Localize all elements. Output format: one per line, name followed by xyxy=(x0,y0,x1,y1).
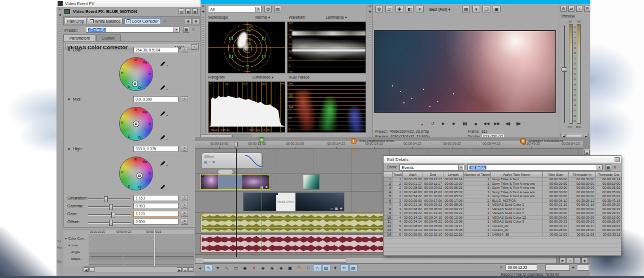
tl-scroll-right-icon[interactable]: ▶ xyxy=(559,257,566,263)
kf-zoom-in-icon[interactable]: + xyxy=(182,267,188,272)
cursor-time-box[interactable]: 00:00:12:22 xyxy=(506,264,537,271)
keyframe-playhead[interactable] xyxy=(154,229,155,267)
lock-envelopes-icon[interactable]: ▣ xyxy=(286,264,294,271)
chevron-down-icon[interactable]: ▾ xyxy=(255,7,260,12)
post-edit-ripple-last-icon[interactable]: ◈ xyxy=(259,264,267,271)
insert-region-icon[interactable]: ⚐ xyxy=(304,264,312,271)
tab-parameters[interactable]: Parameters xyxy=(63,34,96,41)
keyframe-diamond[interactable]: ◇ xyxy=(88,237,91,241)
delete-button[interactable]: ✕ xyxy=(250,264,258,271)
dock-grip[interactable] xyxy=(202,17,204,45)
marker-1-flag[interactable]: 1 xyxy=(351,138,356,144)
mid-collapse-icon[interactable]: ▼ xyxy=(67,98,71,101)
post-edit-ripple-all-icon[interactable]: ◈ xyxy=(277,264,285,271)
table-row[interactable]: 5200:00:54:2200:01:00:0000:00:05:021Sony… xyxy=(384,194,621,199)
meters-settings-gear-icon[interactable]: ⚙ xyxy=(560,6,567,12)
copy-snapshot-icon[interactable]: ❏ xyxy=(482,6,490,12)
edit-details-titlebar[interactable]: Edit Details ▫ xyxy=(384,156,621,163)
low-value[interactable]: 264.38, 0.5104 xyxy=(133,47,179,53)
kf-row-color-corrector[interactable]: Color Corr... xyxy=(68,237,86,240)
save-snapshot-icon[interactable]: ▣ xyxy=(493,6,501,12)
chevron-down-icon[interactable]: ▾ xyxy=(173,27,179,32)
kf-scroll-right-icon[interactable]: ▶ xyxy=(177,267,182,272)
loop-playback-button[interactable]: ↺ xyxy=(428,120,437,127)
kf-row-low[interactable]: Low xyxy=(72,244,78,247)
mid-animate-clock-icon[interactable]: ◷ xyxy=(181,96,188,102)
external-monitor-icon[interactable]: ▱ xyxy=(385,6,393,12)
keyframe-circle[interactable]: ○ xyxy=(122,246,124,250)
scopes-layout-icon[interactable]: ▧ xyxy=(274,6,281,12)
table-row[interactable]: 11400:00:34:1400:00:49:2200:00:15:081VEG… xyxy=(384,220,621,224)
save-preset-icon[interactable]: ▦ xyxy=(183,27,189,33)
previous-frame-button[interactable]: ◀▮ xyxy=(503,120,512,127)
show-combo[interactable]: Events ▾ xyxy=(399,164,464,171)
tl-zoom-in-icon[interactable]: + xyxy=(567,257,573,263)
auto-ripple-icon[interactable]: ▧ xyxy=(322,264,330,271)
mid-complementary-eyedropper-icon[interactable]: + xyxy=(160,108,168,119)
waveform-mode-dropdown[interactable]: Luminance ▾ xyxy=(326,15,347,20)
play-from-start-button[interactable]: ▶ xyxy=(439,120,448,127)
kf-zoom-out-icon[interactable]: − xyxy=(188,267,193,272)
offset-value[interactable]: 0.000 xyxy=(133,219,179,225)
low-wheel-crosshair[interactable] xyxy=(133,81,138,86)
event-handle[interactable] xyxy=(275,193,278,195)
timeline-cursor-handle[interactable] xyxy=(234,142,238,147)
fx-layout-icon-2[interactable]: ▦ xyxy=(185,8,191,14)
event-handle[interactable] xyxy=(267,175,269,177)
low-complementary-eyedropper-icon[interactable]: + xyxy=(160,59,168,69)
preview-quality-icon[interactable]: ◧ xyxy=(406,6,414,12)
post-edit-ripple-affected-icon[interactable]: ◈ xyxy=(268,264,276,271)
insert-marker-icon[interactable]: ⚑ xyxy=(295,264,303,271)
fx-layout-icon-3[interactable]: ▩ xyxy=(192,8,198,14)
meters-channels-icon[interactable]: ☰ xyxy=(584,6,590,12)
meters-io-icon[interactable]: ⇄ xyxy=(568,6,575,12)
vectorscope-mode-dropdown[interactable]: Normal ▾ xyxy=(255,15,270,20)
dock-grip[interactable] xyxy=(59,21,60,55)
high-eyedropper-icon[interactable]: − xyxy=(160,182,168,192)
kf-scroll-thumb[interactable] xyxy=(89,267,95,272)
add-plugin-icon[interactable]: ❖ xyxy=(193,18,199,24)
keyframe-diamond[interactable]: ◇ xyxy=(121,237,124,241)
high-complementary-eyedropper-icon[interactable]: + xyxy=(160,158,168,168)
gamma-animate-clock-icon[interactable]: ◷ xyxy=(181,203,188,209)
chevron-down-icon[interactable]: ▾ xyxy=(597,165,602,170)
overlays-dropdown-icon[interactable]: ▾ xyxy=(472,6,480,12)
meter-clip-right[interactable]: -Inf. xyxy=(577,20,581,23)
envelope-edit-tool[interactable]: ∿ xyxy=(223,264,231,271)
split-icon[interactable]: ✂ xyxy=(340,264,349,271)
scroll-up-icon[interactable]: ▲ xyxy=(584,150,590,155)
kf-row-magnitude[interactable]: Magn... xyxy=(63,254,89,260)
keyframe-circle[interactable]: ○ xyxy=(89,254,91,258)
audio-event-olive[interactable] xyxy=(201,213,398,232)
table-row[interactable]: 7300:00:21:1600:00:29:2200:00:08:061VEGA… xyxy=(384,203,621,207)
pin-icon[interactable]: ◀ xyxy=(56,12,63,18)
auto-ripple-dropdown[interactable]: ▾ xyxy=(331,264,340,271)
tab-custom[interactable]: Custom xyxy=(96,34,121,41)
high-wheel-crosshair[interactable] xyxy=(137,173,142,179)
low-animate-clock-icon[interactable]: ◷ xyxy=(181,47,188,53)
table-row[interactable]: 2200:00:01:1700:00:11:1700:00:10:001Sony… xyxy=(384,182,621,186)
pin-icon[interactable]: ◀ xyxy=(367,9,372,14)
saturation-slider[interactable] xyxy=(88,196,130,202)
table-row[interactable]: 1100:00:05:0300:00:11:1700:00:06:141Sony… xyxy=(384,177,621,182)
table-row[interactable]: 12500:00:08:0700:00:28:0000:00:19:171141… xyxy=(384,224,621,229)
high-collapse-icon[interactable]: ▼ xyxy=(67,147,71,151)
quality-dropdown-icon[interactable]: ▾ xyxy=(416,6,424,12)
normal-edit-tool[interactable]: ↖ xyxy=(204,264,213,271)
marker-3-flag[interactable]: 3 xyxy=(259,137,264,142)
close-icon[interactable]: ✕ xyxy=(56,7,63,12)
chain-color-corrector-button[interactable]: ✓Color Corrector xyxy=(124,18,161,24)
marker-2-flag[interactable]: 2 xyxy=(520,138,526,144)
event-handle[interactable] xyxy=(201,175,204,177)
preview-quality-dropdown[interactable]: Best (Full) ▾ xyxy=(429,7,450,12)
close-icon[interactable]: ✕ xyxy=(201,4,205,9)
selection-length-box[interactable] xyxy=(577,264,589,271)
zoom-edit-tool[interactable]: ◉ xyxy=(241,264,249,271)
move-plugin-icon[interactable]: ✚ xyxy=(185,18,192,24)
trim-icon[interactable]: ▤ xyxy=(349,264,358,271)
delete-preset-icon[interactable]: ✕ xyxy=(192,27,195,32)
audio-event-red[interactable] xyxy=(201,234,398,253)
gain-slider[interactable] xyxy=(88,211,130,218)
delete-view-icon[interactable]: ✕ xyxy=(613,165,617,170)
field-filter-combo[interactable]: All fields ▾ xyxy=(467,164,603,171)
